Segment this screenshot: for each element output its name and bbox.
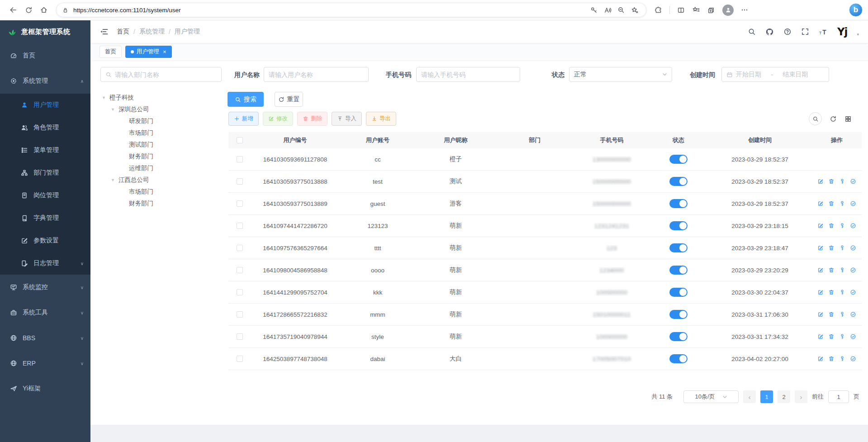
tree-node[interactable]: ▼ 橙子科技 bbox=[90, 92, 224, 104]
row-checkbox[interactable] bbox=[237, 356, 243, 362]
page-button-2[interactable]: 2 bbox=[778, 390, 790, 403]
edit-row-icon[interactable] bbox=[817, 267, 824, 273]
chevron-down-icon[interactable]: ▾ bbox=[857, 32, 859, 37]
table-row[interactable]: 1641030593775013889 guest 游客 15000000000… bbox=[228, 193, 862, 215]
import-button[interactable]: 导入 bbox=[332, 112, 362, 126]
toggle-search-icon[interactable] bbox=[809, 112, 822, 125]
edit-row-icon[interactable] bbox=[817, 356, 824, 362]
table-row[interactable]: 1641030593775013888 test 测试 15000000000 … bbox=[228, 171, 862, 193]
delete-row-icon[interactable] bbox=[828, 333, 835, 340]
sidebar-item-erp[interactable]: ERP ∨ bbox=[0, 351, 90, 376]
tab-user-management[interactable]: 用户管理 × bbox=[125, 46, 172, 58]
tree-node[interactable]: ▼ 市场部门 bbox=[90, 127, 224, 139]
edit-row-icon[interactable] bbox=[817, 333, 824, 340]
delete-row-icon[interactable] bbox=[828, 178, 835, 185]
modify-button[interactable]: 修改 bbox=[263, 112, 293, 126]
table-row[interactable]: 1641097441472286720 123123 萌新 1231241231… bbox=[228, 215, 862, 237]
reset-password-key-icon[interactable] bbox=[839, 311, 845, 318]
delete-button[interactable]: 删除 bbox=[297, 112, 327, 126]
tree-node[interactable]: ▼ 研发部门 bbox=[90, 115, 224, 127]
tree-node[interactable]: ▼ 测试部门 bbox=[90, 139, 224, 151]
reset-password-key-icon[interactable] bbox=[839, 178, 845, 185]
reset-password-key-icon[interactable] bbox=[839, 245, 845, 251]
reset-password-key-icon[interactable] bbox=[839, 267, 845, 273]
browser-back-icon[interactable] bbox=[5, 3, 21, 17]
copilot-bing-icon[interactable]: b bbox=[849, 3, 863, 17]
select-all-checkbox[interactable] bbox=[237, 137, 243, 143]
tree-caret-icon[interactable]: ▼ bbox=[111, 178, 115, 182]
assign-role-check-icon[interactable] bbox=[850, 267, 856, 273]
table-row[interactable]: 1641030593691127808 cc 橙子 13000000000 20… bbox=[228, 148, 862, 171]
status-toggle[interactable] bbox=[669, 243, 688, 252]
sidebar-item-departments[interactable]: 部门管理 bbox=[0, 162, 90, 184]
status-toggle[interactable] bbox=[669, 221, 688, 230]
tree-node[interactable]: ▼ 市场部门 bbox=[90, 186, 224, 198]
read-aloud-icon[interactable] bbox=[601, 4, 614, 16]
table-row[interactable]: 1641097576365297664 tttt 萌新 123 2023-03-… bbox=[228, 237, 862, 259]
row-checkbox[interactable] bbox=[237, 267, 243, 273]
split-screen-icon[interactable] bbox=[677, 6, 685, 14]
sidebar-item-parameters[interactable]: 参数设置 bbox=[0, 229, 90, 252]
favorites-bar-icon[interactable] bbox=[692, 6, 700, 14]
user-logo-avatar[interactable]: Yj bbox=[837, 26, 848, 38]
phone-field[interactable] bbox=[421, 71, 515, 78]
goto-page-input[interactable] bbox=[828, 390, 849, 403]
header-search-icon[interactable] bbox=[748, 28, 756, 36]
username-input[interactable] bbox=[264, 67, 369, 82]
sidebar-item-dictionary[interactable]: 字典管理 bbox=[0, 207, 90, 229]
refresh-table-icon[interactable] bbox=[830, 115, 837, 123]
delete-row-icon[interactable] bbox=[828, 267, 835, 273]
username-field[interactable] bbox=[269, 71, 364, 78]
sidebar-item-logs[interactable]: 日志管理 ∨ bbox=[0, 252, 90, 275]
sidebar-item-monitor[interactable]: 系统监控 ∨ bbox=[0, 275, 90, 300]
reset-password-key-icon[interactable] bbox=[839, 333, 845, 340]
sidebar-item-yi-framework[interactable]: Yi框架 bbox=[0, 376, 90, 401]
sidebar-item-home[interactable]: 首页 bbox=[0, 43, 90, 68]
tree-caret-icon[interactable]: ▼ bbox=[102, 95, 106, 100]
collapse-menu-icon[interactable] bbox=[100, 27, 109, 36]
date-end-placeholder[interactable]: 结束日期 bbox=[783, 71, 808, 79]
assign-role-check-icon[interactable] bbox=[850, 311, 856, 318]
close-tab-icon[interactable]: × bbox=[163, 48, 166, 55]
assign-role-check-icon[interactable] bbox=[850, 356, 856, 362]
edit-row-icon[interactable] bbox=[817, 178, 824, 185]
table-row[interactable]: 1641735719040978944 style 萌新 100000000 2… bbox=[228, 326, 862, 348]
reset-password-key-icon[interactable] bbox=[839, 223, 845, 229]
edit-row-icon[interactable] bbox=[817, 289, 824, 295]
sidebar-item-users[interactable]: 用户管理 bbox=[0, 94, 90, 116]
row-checkbox[interactable] bbox=[237, 333, 243, 340]
status-toggle[interactable] bbox=[669, 354, 688, 363]
browser-refresh-icon[interactable] bbox=[21, 3, 36, 17]
edit-row-icon[interactable] bbox=[817, 200, 824, 207]
assign-role-check-icon[interactable] bbox=[850, 289, 856, 295]
browser-profile-avatar[interactable] bbox=[722, 5, 734, 16]
status-toggle[interactable] bbox=[669, 310, 688, 319]
tree-node[interactable]: ▼ 财务部门 bbox=[90, 198, 224, 209]
tree-node[interactable]: ▼ 财务部门 bbox=[90, 151, 224, 162]
reset-button[interactable]: 重置 bbox=[275, 92, 303, 107]
sidebar-item-roles[interactable]: 角色管理 bbox=[0, 116, 90, 139]
tree-node[interactable]: ▼ 江西总公司 bbox=[90, 174, 224, 186]
delete-row-icon[interactable] bbox=[828, 289, 835, 295]
row-checkbox[interactable] bbox=[237, 156, 243, 162]
row-checkbox[interactable] bbox=[237, 311, 243, 318]
reset-password-key-icon[interactable] bbox=[839, 356, 845, 362]
status-toggle[interactable] bbox=[669, 332, 688, 341]
date-start-placeholder[interactable]: 开始日期 bbox=[736, 71, 761, 79]
table-row[interactable]: 1641441299095752704 kkk 萌新 100000000 202… bbox=[228, 281, 862, 304]
sidebar-item-system[interactable]: 系统管理 ∧ bbox=[0, 68, 90, 94]
table-row[interactable]: 1641098004586958848 oooo 萌新 1234000 2023… bbox=[228, 259, 862, 281]
status-toggle[interactable] bbox=[669, 155, 688, 164]
row-checkbox[interactable] bbox=[237, 223, 243, 229]
status-toggle[interactable] bbox=[669, 199, 688, 208]
page-size-select[interactable]: 10条/页 bbox=[683, 390, 739, 403]
delete-row-icon[interactable] bbox=[828, 245, 835, 251]
table-row[interactable]: 1641728665572216832 mmm 萌新 15010000011 2… bbox=[228, 304, 862, 326]
row-checkbox[interactable] bbox=[237, 245, 243, 251]
search-button[interactable]: 搜索 bbox=[228, 92, 264, 107]
delete-row-icon[interactable] bbox=[828, 200, 835, 207]
delete-row-icon[interactable] bbox=[828, 223, 835, 229]
font-size-icon[interactable]: TT bbox=[819, 28, 828, 36]
reset-password-key-icon[interactable] bbox=[839, 200, 845, 207]
column-settings-icon[interactable] bbox=[844, 115, 852, 123]
